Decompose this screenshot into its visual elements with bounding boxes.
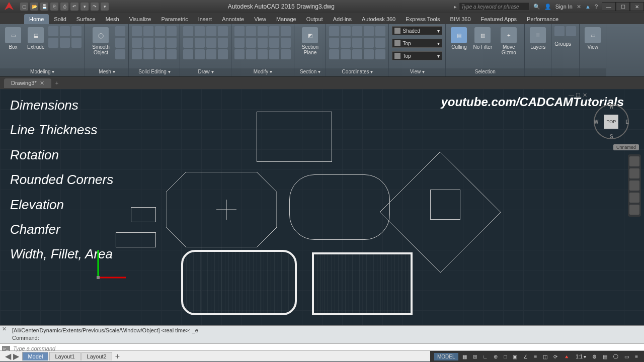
tab-visualize[interactable]: Visualize (124, 14, 156, 24)
draw-tool[interactable] (206, 49, 216, 59)
mesh-tool[interactable] (115, 49, 125, 59)
qat-dropdown-icon[interactable]: ▾ (80, 3, 89, 11)
mesh-tool[interactable] (115, 38, 125, 48)
modify-tool[interactable] (246, 26, 256, 36)
qat-undo-icon[interactable]: ↶ (70, 3, 78, 11)
tab-addins[interactable]: Add-ins (328, 14, 357, 24)
app-logo[interactable] (3, 1, 15, 13)
groups-tool[interactable] (554, 26, 565, 36)
panel-modify-label[interactable]: Modify ▾ (231, 68, 294, 76)
modify-tool[interactable] (234, 26, 245, 36)
tab-view[interactable]: View (249, 14, 271, 24)
status-sc-icon[interactable]: ⟳ (551, 354, 559, 359)
solidedit-tool[interactable] (132, 49, 142, 59)
solidedit-tool[interactable] (155, 26, 165, 36)
viewport-close-icon[interactable]: ✕ (583, 92, 589, 98)
nofilter-button[interactable]: ▨No Filter (471, 26, 494, 51)
draw-tool[interactable] (183, 49, 193, 59)
status-3dosnap-icon[interactable]: ▣ (511, 354, 519, 359)
view-dropdown-2[interactable]: Top▾ (392, 51, 442, 60)
status-lwt-icon[interactable]: ≡ (532, 354, 539, 359)
solidedit-tool[interactable] (143, 38, 153, 48)
coord-tool[interactable] (341, 49, 351, 59)
status-otrack-icon[interactable]: ∠ (521, 354, 530, 359)
modify-tool[interactable] (246, 38, 256, 48)
zoom-icon[interactable] (629, 180, 639, 191)
coord-tool[interactable] (352, 38, 362, 48)
showmotion-icon[interactable] (629, 205, 639, 215)
modify-tool[interactable] (281, 26, 291, 36)
status-workspace-icon[interactable]: ▤ (601, 354, 609, 359)
modify-tool[interactable] (258, 49, 268, 59)
drawing-canvas[interactable]: Dimensions Line Thickness Rotation Round… (0, 89, 644, 325)
coord-tool[interactable] (352, 49, 362, 59)
layout-tab-layout1[interactable]: Layout1 (49, 352, 80, 360)
qat-print-icon[interactable]: ⎙ (60, 3, 68, 11)
draw-tool[interactable] (218, 49, 228, 59)
draw-tool[interactable] (195, 26, 205, 36)
viewport-maximize-icon[interactable]: ☐ (576, 92, 582, 98)
status-monitor-icon[interactable]: 🖵 (611, 354, 620, 359)
signin-button[interactable]: Sign In (555, 4, 573, 10)
status-polar-icon[interactable]: ⊕ (492, 354, 500, 359)
a360-icon[interactable]: ▲ (585, 4, 591, 10)
modify-tool[interactable] (234, 49, 245, 59)
solidedit-tool[interactable] (155, 49, 165, 59)
draw-tool[interactable] (218, 38, 228, 48)
modeling-tool[interactable] (48, 26, 58, 36)
status-model[interactable]: MODEL (434, 353, 458, 360)
qat-saveas-icon[interactable]: ⎘ (50, 3, 58, 11)
smooth-object-button[interactable]: ◯Smooth Object (88, 26, 113, 56)
draw-tool[interactable] (195, 38, 205, 48)
viewcube[interactable]: TOP N S W E (594, 104, 629, 139)
tab-home[interactable]: Home (24, 14, 49, 24)
modeling-tool[interactable] (71, 26, 82, 36)
status-annoscale-icon[interactable]: 🔺 (561, 354, 572, 359)
new-drawing-tab[interactable]: + (52, 78, 61, 87)
qat-open-icon[interactable]: 📂 (30, 3, 38, 11)
draw-tool[interactable] (206, 26, 216, 36)
qat-new-icon[interactable]: ▢ (20, 3, 28, 11)
tab-manage[interactable]: Manage (271, 14, 301, 24)
box-button[interactable]: ▭Box (3, 26, 23, 51)
infocenter-icon[interactable]: 🔍 (533, 4, 540, 10)
draw-tool[interactable] (218, 26, 228, 36)
coord-tool[interactable] (341, 26, 351, 36)
layers-button[interactable]: ≣Layers (528, 26, 548, 51)
status-snap-icon[interactable]: ⊞ (471, 354, 479, 359)
draw-tool[interactable] (206, 38, 216, 48)
tab-express[interactable]: Express Tools (400, 14, 445, 24)
draw-tool[interactable] (183, 26, 193, 36)
modify-tool[interactable] (258, 38, 268, 48)
status-ortho-icon[interactable]: ∟ (481, 354, 490, 359)
search-input[interactable]: Type a keyword or phrase (459, 2, 529, 11)
pan-icon[interactable] (629, 168, 639, 178)
orbit-icon[interactable] (629, 193, 639, 203)
tab-a360[interactable]: Autodesk 360 (357, 14, 400, 24)
solidedit-tool[interactable] (132, 38, 142, 48)
qat-redo-icon[interactable]: ↷ (91, 3, 99, 11)
tab-solid[interactable]: Solid (49, 14, 71, 24)
extrude-button[interactable]: ⬓Extrude (25, 26, 46, 51)
draw-tool[interactable] (195, 49, 205, 59)
status-custom-icon[interactable]: ≡ (633, 354, 640, 359)
coord-tool[interactable] (375, 26, 385, 36)
solidedit-tool[interactable] (167, 38, 177, 48)
layout-tab-model[interactable]: Model (22, 352, 48, 360)
help-icon[interactable]: ? (595, 4, 598, 10)
modeling-tool[interactable] (60, 38, 70, 48)
coord-tool[interactable] (329, 49, 339, 59)
modify-tool[interactable] (234, 38, 245, 48)
solidedit-tool[interactable] (155, 38, 165, 48)
tab-surface[interactable]: Surface (71, 14, 101, 24)
status-scale[interactable]: 1:1 ▾ (574, 354, 588, 359)
coord-tool[interactable] (329, 38, 339, 48)
viewcube-face-top[interactable]: TOP (604, 115, 618, 129)
drawing-tab[interactable]: Drawing3*✕ (4, 78, 51, 88)
movegizmo-button[interactable]: ✦Move Gizmo (496, 26, 521, 56)
tab-annotate[interactable]: Annotate (217, 14, 249, 24)
steering-wheel-icon[interactable] (629, 156, 639, 166)
panel-mesh-label[interactable]: Mesh ▾ (85, 68, 128, 76)
groups-button[interactable]: Groups (554, 41, 571, 47)
panel-coords-label[interactable]: Coordinates ▾ (326, 68, 388, 76)
